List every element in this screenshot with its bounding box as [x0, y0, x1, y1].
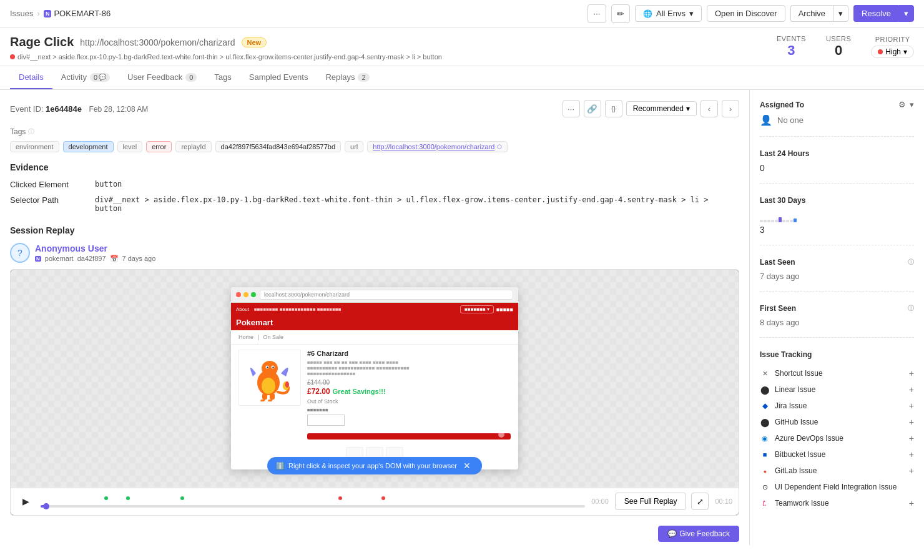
tracking-bitbucket[interactable]: ■ Bitbucket Issue + — [760, 446, 914, 463]
priority-stat: PRIORITY High ▾ — [871, 36, 914, 58]
edit-button[interactable]: ✏ — [611, 4, 630, 23]
tracking-jira[interactable]: ◆ Jira Issue + — [760, 398, 914, 414]
pokemart-subnav: Home | On Sale — [231, 330, 518, 345]
jira-icon: ◆ — [760, 401, 770, 411]
pokemart-logo-bar: Pokemart — [231, 316, 518, 330]
assigned-row: 👤 No one — [760, 114, 914, 126]
sidebar: Assigned To ⚙ ▾ 👤 No one Last 24 Hours 0… — [749, 90, 924, 545]
prev-event-button[interactable]: ‹ — [700, 100, 718, 117]
tag-url-val[interactable]: http://localhost:3000/pokemon/charizard … — [367, 141, 508, 152]
replay-container: localhost:3000/pokemon/charizard About ■… — [10, 269, 739, 516]
last-30d-label-text: Last 30 Days — [760, 196, 805, 205]
tab-tags[interactable]: Tags — [205, 66, 240, 89]
tracking-jira-left: ◆ Jira Issue — [760, 401, 807, 411]
user-meta: N pokemart da42f897 📅 7 days ago — [35, 255, 155, 263]
nav-cart: ■■■■■ — [496, 307, 513, 313]
archive-button[interactable]: Archive — [790, 5, 833, 22]
add-to-cart-container — [307, 430, 511, 440]
svg-point-8 — [285, 381, 289, 388]
last-seen-info-icon[interactable]: ⓘ — [908, 258, 914, 267]
spark-1 — [760, 220, 763, 222]
quantity-input[interactable] — [307, 415, 345, 426]
archive-caret[interactable]: ▾ — [833, 5, 848, 22]
replay-screen: localhost:3000/pokemon/charizard About ■… — [11, 270, 739, 515]
tab-user-feedback[interactable]: User Feedback 0 — [119, 66, 205, 89]
gitlab-label: GitLab Issue — [775, 466, 817, 475]
tracking-shortcut[interactable]: ✕ Shortcut Issue + — [760, 365, 914, 381]
dom-tooltip-text: Right click & inspect your app's DOM wit… — [288, 462, 457, 469]
teamwork-icon: t. — [760, 498, 770, 508]
timeline-dot-1 — [104, 496, 108, 500]
tag-error-val: error — [152, 143, 166, 150]
assigned-value: No one — [777, 115, 804, 125]
event-json-button[interactable]: {} — [605, 100, 622, 117]
open-discover-button[interactable]: Open in Discover — [707, 5, 785, 22]
event-more-button[interactable]: ··· — [563, 100, 580, 117]
priority-badge[interactable]: High ▾ — [871, 46, 914, 58]
users-value: 0 — [826, 42, 851, 59]
play-button[interactable]: ▶ — [17, 493, 34, 510]
timeline-bar[interactable] — [41, 505, 585, 508]
users-stat: USERS 0 — [826, 35, 851, 59]
tags-info-icon[interactable]: ⓘ — [28, 127, 34, 136]
last-24h-label: Last 24 Hours — [760, 149, 914, 158]
tooltip-close-button[interactable]: ✕ — [461, 461, 473, 471]
tabs-bar: Details Activity 0 💬 User Feedback 0 Tag… — [0, 66, 924, 90]
tag-level-key: level — [117, 141, 143, 152]
tab-activity[interactable]: Activity 0 💬 — [52, 66, 119, 89]
user-name[interactable]: Anonymous User — [35, 243, 107, 253]
breadcrumb-sep: › — [37, 9, 40, 18]
env-selector[interactable]: 🌐 All Envs ▾ — [635, 5, 702, 22]
env-chevron: ▾ — [689, 9, 694, 18]
replay-controls-bar: ▶ — [11, 487, 739, 515]
issues-link[interactable]: Issues — [10, 9, 34, 18]
recommended-button[interactable]: Recommended ▾ — [626, 101, 697, 116]
assigned-settings-icon[interactable]: ⚙ — [898, 100, 906, 109]
svg-point-1 — [262, 361, 278, 376]
user-project: pokemart — [45, 255, 74, 262]
more-button[interactable]: ··· — [587, 4, 606, 23]
give-feedback-button[interactable]: 💬 Give Feedback — [658, 526, 739, 542]
event-actions: ··· 🔗 {} Recommended ▾ ‹ › — [563, 100, 739, 117]
next-event-button[interactable]: › — [722, 100, 739, 117]
spark-10 — [794, 219, 797, 222]
event-header: Event ID: 1e64484e Feb 28, 12:08 AM ··· … — [10, 100, 739, 117]
expand-button[interactable]: ⤢ — [691, 493, 709, 510]
tab-replays[interactable]: Replays 2 — [317, 66, 378, 89]
timeline-dot-4 — [338, 496, 342, 500]
quantity-label: ■■■■■■■ — [307, 407, 511, 413]
shortcut-icon: ✕ — [760, 368, 770, 378]
tag-development: development — [63, 141, 114, 152]
pokemon-image-container — [238, 350, 301, 406]
jira-plus-icon: + — [909, 401, 914, 411]
tag-level-key-text: level — [123, 143, 137, 150]
tab-details[interactable]: Details — [10, 66, 52, 89]
see-full-replay-button[interactable]: See Full Replay — [615, 493, 687, 510]
resolve-button[interactable]: Resolve — [853, 5, 898, 22]
session-replay-section: Session Replay ? Anonymous User N pokema… — [10, 225, 739, 516]
tracking-linear[interactable]: ⬤ Linear Issue + — [760, 381, 914, 398]
add-to-cart-button[interactable] — [307, 433, 511, 440]
product-desc: ■■■■■ ■■■ ■■ ■■ ■■■ ■■■■ ■■■■ ■■■■ ■■■■■… — [307, 360, 511, 376]
resolve-caret[interactable]: ▾ — [898, 5, 914, 22]
tab-sampled-events[interactable]: Sampled Events — [240, 66, 317, 89]
tracking-gitlab[interactable]: ⬥ GitLab Issue + — [760, 463, 914, 479]
resolve-split: Resolve ▾ — [853, 5, 914, 22]
first-seen-info-icon[interactable]: ⓘ — [908, 304, 914, 313]
new-badge: New — [242, 37, 267, 47]
product-name: #6 Charizard — [307, 350, 511, 357]
tracking-azure[interactable]: ◉ Azure DevOps Issue + — [760, 430, 914, 446]
priority-chevron: ▾ — [903, 47, 907, 56]
tracking-teamwork[interactable]: t. Teamwork Issue + — [760, 495, 914, 511]
assigned-expand-icon[interactable]: ▾ — [910, 100, 914, 109]
tracking-github[interactable]: ⬤ GitHub Issue + — [760, 414, 914, 430]
info-icon: ℹ️ — [276, 462, 285, 470]
last-24h-value: 0 — [760, 163, 914, 173]
svg-point-6 — [272, 366, 273, 368]
event-link-button[interactable]: 🔗 — [584, 100, 601, 117]
tracking-ui-dependent[interactable]: ⊙ UI Dependent Field Integration Issue — [760, 479, 914, 495]
main-layout: Event ID: 1e64484e Feb 28, 12:08 AM ··· … — [0, 90, 924, 545]
tag-replayid-key: replayId — [175, 141, 211, 152]
assigned-to-label-text: Assigned To — [760, 101, 804, 109]
spark-4 — [771, 220, 774, 222]
